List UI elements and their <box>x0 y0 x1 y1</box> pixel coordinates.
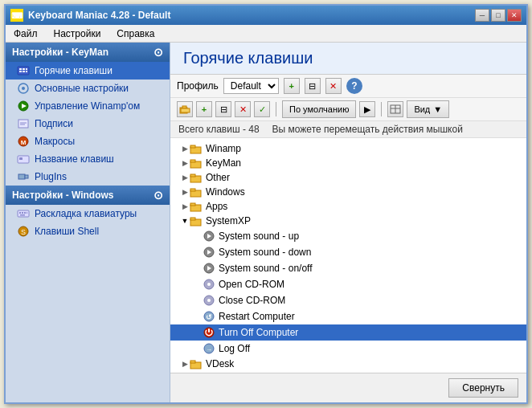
tree-item-turnoff[interactable]: Turn Off Computer <box>170 324 526 341</box>
svg-rect-5 <box>23 71 25 72</box>
key-count: Всего клавиш - 48 <box>178 124 260 135</box>
sidebar-item-signatures[interactable]: Подписи <box>6 115 170 133</box>
minimize-button[interactable]: ─ <box>475 9 489 22</box>
svg-rect-4 <box>19 71 22 72</box>
svg-rect-43 <box>190 203 195 206</box>
sidebar-item-shell-keys[interactable]: S Клавиши Shell <box>6 222 170 240</box>
restart-icon: ↺ <box>203 310 215 323</box>
tree-item-other[interactable]: ▶ Other <box>170 170 526 185</box>
default-button[interactable]: По умолчанию <box>282 100 356 118</box>
sidebar-item-hotkeys[interactable]: Горячие клавиши <box>6 62 170 80</box>
systemxp-folder-icon <box>190 216 203 226</box>
winamp-folder-icon <box>190 144 203 154</box>
add-button[interactable]: + <box>196 101 212 117</box>
profile-select[interactable]: Default <box>223 78 279 94</box>
menu-bar: Файл Настройки Справка <box>6 25 526 43</box>
remove-button[interactable]: ⊟ <box>215 101 231 117</box>
tree-item-windows[interactable]: ▶ Windows <box>170 185 526 199</box>
svg-text:S: S <box>21 228 26 236</box>
basic-settings-icon <box>17 82 30 95</box>
open-button[interactable] <box>177 101 193 117</box>
sound-down-icon <box>203 246 215 259</box>
svg-rect-23 <box>24 212 26 214</box>
windows-arrow: ▶ <box>180 187 190 197</box>
help-button[interactable]: ? <box>346 78 362 94</box>
open-cdrom-label: Open CD-ROM <box>219 279 284 290</box>
logoff-icon: → <box>203 342 215 355</box>
keyboard-layout-icon <box>17 207 30 220</box>
tree-item-vdesk[interactable]: ▶ VDesk <box>170 357 526 371</box>
toolbar-row2: + ⊟ ✕ ✓ По умолчанию ▶ Вид ▼ <box>170 98 526 121</box>
tree-item-close-cdrom[interactable]: Close CD-ROM <box>170 292 526 308</box>
menu-help[interactable]: Справка <box>112 27 159 41</box>
collapse-button[interactable]: Свернуть <box>448 378 518 398</box>
tree-item-open-cdrom[interactable]: Open CD-ROM <box>170 276 526 292</box>
keynames-icon <box>17 153 30 165</box>
svg-rect-24 <box>27 212 27 214</box>
vdesk-folder-icon <box>190 359 203 369</box>
table-icon[interactable] <box>387 101 403 117</box>
tree-item-systemxp[interactable]: ▼ SystemXP <box>170 214 526 228</box>
svg-rect-11 <box>18 120 28 128</box>
view-dropdown-icon: ▼ <box>433 104 442 114</box>
sidebar-basic-label: Основные настройки <box>35 83 129 94</box>
apps-label: Apps <box>206 201 227 212</box>
sound-onoff-icon <box>203 262 215 275</box>
menu-file[interactable]: Файл <box>9 27 43 41</box>
tree-item-restart[interactable]: ↺ Restart Computer <box>170 308 526 324</box>
sidebar-item-keynames[interactable]: Название клавиш <box>6 150 170 168</box>
plugins-icon <box>17 170 30 183</box>
windows-folder-icon <box>190 187 203 198</box>
keyman-label: KeyMan <box>206 157 241 169</box>
del-button[interactable]: ✕ <box>235 101 251 117</box>
tree-item-logoff[interactable]: → Log Off <box>170 341 526 357</box>
main-window: ⌨ Keyboard Maniac 4.28 - Default ─ □ ✕ Ф… <box>4 4 528 404</box>
winamp-arrow: ▶ <box>180 144 190 153</box>
sidebar-item-basic[interactable]: Основные настройки <box>6 80 170 97</box>
close-button[interactable]: ✕ <box>507 9 522 22</box>
svg-rect-22 <box>22 212 23 214</box>
sidebar-hotkeys-label: Горячие клавиши <box>35 65 113 76</box>
sidebar-macros-label: Макросы <box>35 136 75 147</box>
svg-rect-17 <box>19 157 23 160</box>
check-button[interactable]: ✓ <box>254 101 270 117</box>
view-button[interactable]: Вид ▼ <box>407 100 449 118</box>
sidebar-winamp-label: Управление Winamp'ом <box>35 100 140 112</box>
bottom-bar: Свернуть <box>170 373 526 402</box>
profile-label: Профиль <box>177 80 219 92</box>
maximize-button[interactable]: □ <box>491 9 505 22</box>
delete-profile-button[interactable]: ✕ <box>325 78 342 94</box>
tree-item-sound-up[interactable]: System sound - up <box>170 228 526 244</box>
shell-keys-icon: S <box>17 225 30 238</box>
sidebar-section-windows: Настройки - Windows ⊙ <box>6 186 170 205</box>
svg-text:→: → <box>206 346 212 353</box>
macros-icon: M <box>17 135 30 148</box>
sidebar-item-winamp[interactable]: Управление Winamp'ом <box>6 97 170 115</box>
svg-rect-2 <box>23 68 25 70</box>
restart-label: Restart Computer <box>219 311 295 322</box>
sidebar: Настройки - KeyMan ⊙ Горячие клавиши Осн… <box>6 43 170 402</box>
hotkeys-icon <box>17 64 30 77</box>
tree-container[interactable]: ▶ Winamp ▶ KeyMan <box>170 138 526 373</box>
edit-profile-button[interactable]: ⊟ <box>305 78 321 94</box>
sidebar-collapse-icon[interactable]: ⊙ <box>153 46 163 59</box>
tree-item-apps[interactable]: ▶ Apps <box>170 199 526 214</box>
sidebar-item-keyboard-layout[interactable]: Раскладка клавиатуры <box>6 205 170 222</box>
arrow-button[interactable]: ▶ <box>359 101 375 117</box>
tree-item-winamp[interactable]: ▶ Winamp <box>170 141 526 156</box>
title-bar: ⌨ Keyboard Maniac 4.28 - Default ─ □ ✕ <box>6 6 526 25</box>
sound-onoff-label: System sound - on/off <box>219 263 313 274</box>
sidebar-collapse2-icon[interactable]: ⊙ <box>153 189 163 202</box>
tree-item-sound-down[interactable]: System sound - down <box>170 244 526 260</box>
tree-item-sound-onoff[interactable]: System sound - on/off <box>170 260 526 276</box>
panel-title: Горячие клавиши <box>170 43 526 75</box>
apps-folder-icon <box>190 202 203 212</box>
main-content: Настройки - KeyMan ⊙ Горячие клавиши Осн… <box>6 43 526 402</box>
sidebar-item-macros[interactable]: M Макросы <box>6 133 170 150</box>
sidebar-item-plugins[interactable]: PlugIns <box>6 168 170 186</box>
right-panel: Горячие клавиши Профиль Default + ⊟ ✕ ? … <box>170 43 526 402</box>
tree-item-keyman[interactable]: ▶ KeyMan <box>170 156 526 170</box>
menu-settings[interactable]: Настройки <box>49 27 106 41</box>
title-bar-left: ⌨ Keyboard Maniac 4.28 - Default <box>10 9 170 22</box>
add-profile-button[interactable]: + <box>284 78 300 94</box>
